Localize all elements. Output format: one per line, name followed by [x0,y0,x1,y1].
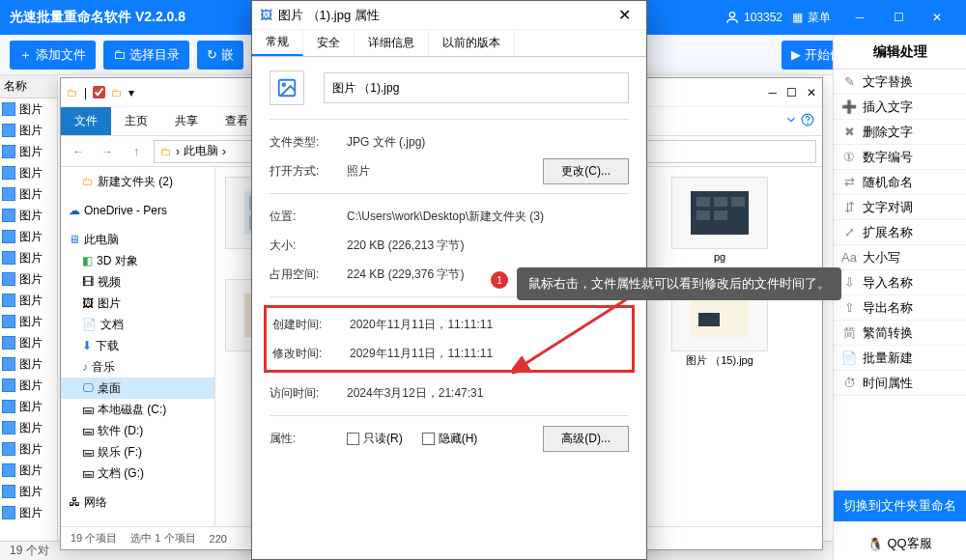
filename-field[interactable]: 图片 （1).jpg [324,72,629,103]
ribbon-tab-share[interactable]: 共享 [161,107,212,135]
disk-icon: 🖴 [82,403,94,416]
explorer-close[interactable]: ✕ [807,86,816,99]
select-dir-button[interactable]: 🗀选择目录 [103,41,189,70]
qq-service-button[interactable]: 🐧 QQ客服 [834,535,966,552]
file-list-row[interactable]: 图片 [0,311,57,332]
file-list-row[interactable]: 图片 [0,162,57,183]
file-list-row[interactable]: 图片 [0,438,57,460]
tab-previous[interactable]: 以前的版本 [429,30,515,56]
props-close-button[interactable]: ✕ [610,6,639,24]
switch-mode-button[interactable]: 切换到文件夹重命名 [834,490,966,521]
sidebar-item[interactable]: 📄批量新建 [834,346,966,371]
file-list-row[interactable]: 图片 [0,268,57,290]
minimize-button[interactable]: ─ [840,0,879,35]
change-button[interactable]: 更改(C)... [543,158,629,184]
tab-general[interactable]: 常规 [252,30,303,56]
file-icon [2,124,15,137]
sidebar-item-label: 插入文字 [863,98,913,116]
val-size: 220 KB (226,213 字节) [347,238,629,254]
tree-diskd[interactable]: 🖴软件 (D:) [61,420,214,441]
add-file-button[interactable]: ＋添加文件 [10,41,96,70]
explorer-check[interactable] [93,86,105,98]
nav-up[interactable]: ↑ [125,140,148,163]
sidebar-item[interactable]: ⇵文字对调 [834,195,966,220]
label-modified: 修改时间: [272,346,350,362]
tree-label: 娱乐 (F:) [98,444,142,461]
tree-onedrive[interactable]: ☁OneDrive - Pers [61,200,214,221]
file-name-partial: 图片 [19,356,43,373]
sidebar-item-label: 导入名称 [863,274,913,292]
file-list-row[interactable]: 图片 [0,502,57,523]
tree-diskf[interactable]: 🖴娱乐 (F:) [61,441,214,462]
file-list-row[interactable]: 图片 [0,417,57,438]
tree-pictures[interactable]: 🖼图片 [61,293,214,314]
maximize-button[interactable]: ☐ [879,0,918,35]
thumb-item[interactable]: pg [671,177,768,266]
sidebar-item[interactable]: ⇄随机命名 [834,170,966,195]
hidden-checkbox[interactable]: 隐藏(H) [422,431,478,447]
readonly-checkbox[interactable]: 只读(R) [347,431,403,447]
folder-icon: 🗀 [82,175,94,188]
nav-back[interactable]: ← [67,140,90,163]
sidebar-item[interactable]: ➕插入文字 [834,95,966,120]
file-name-partial: 图片 [19,208,43,224]
explorer-maximize[interactable]: ☐ [786,86,797,99]
sidebar-item-label: 文字对调 [863,199,913,216]
tree-docs[interactable]: 📄文档 [61,314,214,335]
file-list-row[interactable]: 图片 [0,98,57,120]
file-list-row[interactable]: 图片 [0,141,57,162]
file-list-row[interactable]: 图片 [0,460,57,481]
ribbon-tab-file[interactable]: 文件 [61,107,111,135]
file-name-partial: 图片 [19,250,43,266]
file-list-row[interactable]: 图片 [0,205,57,226]
file-list-row[interactable]: 图片 [0,375,57,396]
menu-button[interactable]: ▦ 菜单 [792,10,831,26]
advanced-button[interactable]: 高级(D)... [543,426,629,452]
user-info[interactable]: 103352 [724,10,782,25]
path-thispc: 此电脑 [184,143,218,159]
tree-network[interactable]: 🖧网络 [61,491,214,513]
nest-button[interactable]: ↻嵌 [197,41,243,70]
file-icon [2,102,15,116]
file-list-row[interactable]: 图片 [0,332,57,353]
sidebar-item[interactable]: ✎文字替换 [834,70,966,95]
file-list-row[interactable]: 图片 [0,226,57,247]
tree-3d[interactable]: ◧3D 对象 [61,250,214,271]
tree-thispc[interactable]: 🖥此电脑 [61,229,214,250]
file-name-partial: 图片 [19,293,43,309]
close-button[interactable]: ✕ [918,0,956,35]
tree-video[interactable]: 🎞视频 [61,271,214,293]
sidebar-item[interactable]: ⇧导出名称 [834,295,966,321]
tree-desktop[interactable]: 🖵桌面 [61,378,214,399]
sidebar-item[interactable]: ⤢扩展名称 [834,220,966,245]
tree-diskc[interactable]: 🖴本地磁盘 (C:) [61,399,214,420]
sidebar-item[interactable]: 简繁简转换 [834,321,966,346]
ribbon-tab-home[interactable]: 主页 [111,107,161,135]
explorer-minimize[interactable]: ─ [768,86,777,99]
file-list-row[interactable]: 图片 [0,120,57,141]
file-list-row[interactable]: 图片 [0,247,57,268]
file-list-row[interactable]: 图片 [0,481,57,502]
tab-security[interactable]: 安全 [303,30,355,56]
file-name-partial: 图片 [19,186,43,203]
file-list-row[interactable]: 图片 [0,183,57,205]
sidebar-item-icon: 📄 [841,350,857,366]
nav-fwd[interactable]: → [96,140,119,163]
qq-label: QQ客服 [887,535,931,552]
file-list-row[interactable]: 图片 [0,353,57,375]
sidebar-item[interactable]: ①数字编号 [834,145,966,170]
file-list-row[interactable]: 图片 [0,290,57,311]
file-list-row[interactable]: 图片 [0,396,57,417]
tab-details[interactable]: 详细信息 [355,30,429,56]
ribbon-help-icon[interactable] [784,113,822,129]
tree-diskg[interactable]: 🖴文档 (G:) [61,462,214,484]
column-header-name[interactable]: 名称 [0,75,57,98]
tree-downloads[interactable]: ⬇下载 [61,335,214,356]
sidebar-item[interactable]: ⇩导入名称 [834,270,966,295]
sidebar-item[interactable]: ⏱时间属性 [834,371,966,396]
file-icon [2,378,15,392]
sidebar-item[interactable]: ✖删除文字 [834,120,966,145]
sidebar-item[interactable]: Aa大小写 [834,245,966,270]
tree-music[interactable]: ♪音乐 [61,356,214,378]
tree-newfolder[interactable]: 🗀新建文件夹 (2) [61,171,214,192]
